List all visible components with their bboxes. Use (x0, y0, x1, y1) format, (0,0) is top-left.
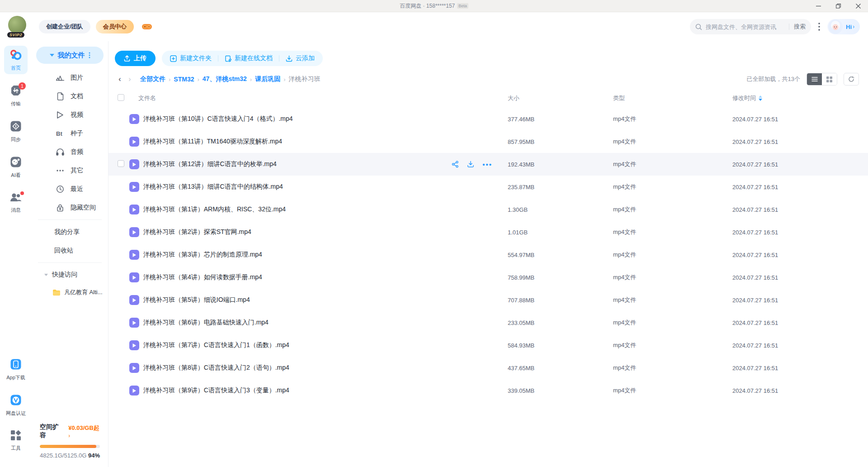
file-name[interactable]: 洋桃补习班（第12讲）细讲C语言中的枚举.mp4 (143, 160, 277, 168)
search-box[interactable]: 搜索 (690, 19, 811, 34)
game-icon[interactable] (140, 20, 154, 33)
file-name[interactable]: 洋桃补习班（第4讲）如何读数据手册.mp4 (143, 273, 262, 281)
file-row[interactable]: 洋桃补习班（第5讲）细说IO端口.mp4 ••• 707.88MB mp4文件 … (108, 289, 868, 311)
column-header-type[interactable]: 类型 (604, 94, 723, 102)
file-time: 2024.07.27 16:51 (723, 342, 859, 349)
sidebar-quick-access[interactable]: 快捷访问 (32, 266, 108, 284)
breadcrumb-link[interactable]: 课后巩固 (255, 75, 280, 83)
file-name[interactable]: 洋桃补习班（第8讲）C语言快速入门2（语句）.mp4 (143, 364, 289, 372)
sidebar-item-my-shares[interactable]: 我的分享 (32, 223, 108, 241)
sidebar-item-视频[interactable]: 视频 (32, 105, 108, 124)
sidebar-item-quick-folder[interactable]: 凡亿教育 Alti... (32, 284, 108, 301)
upload-button[interactable]: 上传 (115, 51, 156, 66)
beta-badge: Beta (457, 3, 468, 9)
breadcrumb-link[interactable]: STM32 (174, 76, 194, 83)
column-header-time[interactable]: 修改时间 (723, 94, 859, 102)
search-button[interactable]: 搜索 (794, 23, 806, 31)
refresh-button[interactable] (844, 73, 859, 86)
rail-item-传输[interactable]: 传输1 (4, 81, 28, 110)
close-button[interactable] (848, 0, 868, 12)
file-name[interactable]: 洋桃补习班（第3讲）芯片的制造原理.mp4 (143, 251, 262, 259)
rail-item-消息[interactable]: 消息 (4, 189, 28, 216)
search-input[interactable] (706, 24, 787, 30)
sidebar-item-my-files[interactable]: 我的文件 (36, 47, 104, 64)
sidebar-item-recycle-bin[interactable]: 回收站 (32, 241, 108, 260)
user-avatar (828, 19, 843, 34)
storage-expand-label: 空间扩容 (40, 423, 63, 439)
new-folder-button[interactable]: 新建文件夹 (170, 54, 212, 62)
file-name[interactable]: 洋桃补习班（第13讲）细讲C语言中的结构体.mp4 (143, 183, 283, 191)
file-row[interactable]: 洋桃补习班（第6讲）电路基础快速入门.mp4 ••• 233.05MB mp4文… (108, 311, 868, 334)
share-icon[interactable] (452, 161, 459, 168)
new-online-doc-button[interactable]: 新建在线文档 (225, 54, 273, 62)
column-header-name[interactable]: 文件名 (129, 94, 499, 102)
sidebar-item-隐藏空间[interactable]: 隐藏空间 (32, 198, 108, 217)
file-row[interactable]: 洋桃补习班（第4讲）如何读数据手册.mp4 ••• 758.99MB mp4文件… (108, 266, 868, 289)
file-name[interactable]: 洋桃补习班（第9讲）C语言快速入门3（变量）.mp4 (143, 386, 289, 395)
breadcrumb-link[interactable]: 47、洋桃stm32 (203, 75, 247, 83)
minimize-button[interactable] (808, 0, 828, 12)
list-view-button[interactable] (807, 73, 822, 85)
select-all-checkbox[interactable] (118, 94, 124, 101)
file-name[interactable]: 洋桃补习班（第11讲）TM1640驱动深度解析.mp4 (143, 138, 282, 146)
file-row[interactable]: 洋桃补习班（第2讲）探索ST官网.mp4 ••• 1.01GB mp4文件 20… (108, 221, 868, 243)
file-row[interactable]: 洋桃补习班（第13讲）细讲C语言中的结构体.mp4 ••• 235.87MB m… (108, 176, 868, 198)
rail-item-AI看[interactable]: AI看 (4, 153, 28, 181)
row-checkbox[interactable] (118, 160, 124, 167)
vip-center-button[interactable]: 会员中心 (96, 20, 134, 33)
new-doc-icon (225, 55, 231, 62)
breadcrumb-link[interactable]: 全部文件 (140, 75, 165, 83)
rail-item-工具[interactable]: 工具 (4, 427, 28, 454)
sort-icon[interactable] (759, 95, 762, 101)
user-logo[interactable]: SVIP2 (7, 16, 27, 38)
nav-back-icon[interactable]: ‹ (115, 75, 125, 83)
my-files-more-icon[interactable] (89, 52, 90, 58)
file-time: 2024.07.27 16:51 (723, 116, 859, 123)
file-name[interactable]: 洋桃补习班（第1讲）ARM内核、RISC、32位.mp4 (143, 205, 286, 214)
sidebar-item-文档[interactable]: 文档 (32, 87, 108, 105)
left-rail: 首页 传输1 同步 AI看 消息 App下载 网盘认证 工具 (0, 41, 32, 467)
window-titlebar: 百度网盘 · 158*****157 Beta (0, 0, 868, 12)
restore-button[interactable] (828, 0, 848, 12)
app-header: SVIP2 创建企业/团队 会员中心 搜索 Hi › (0, 12, 868, 41)
rail-item-网盘认证[interactable]: 网盘认证 (4, 391, 28, 419)
file-row[interactable]: 洋桃补习班（第11讲）TM1640驱动深度解析.mp4 ••• 857.95MB… (108, 130, 868, 153)
file-row[interactable]: 洋桃补习班（第9讲）C语言快速入门3（变量）.mp4 ••• 339.05MB … (108, 379, 868, 402)
rail-item-App下载[interactable]: App下载 (4, 355, 28, 384)
file-row[interactable]: 洋桃补习班（第7讲）C语言快速入门1（函数）.mp4 ••• 584.93MB … (108, 334, 868, 357)
sidebar-item-种子[interactable]: Bt 种子 (32, 124, 108, 143)
rail-item-同步[interactable]: 同步 (4, 117, 28, 146)
file-name[interactable]: 洋桃补习班（第10讲）C语言快速入门4（格式）.mp4 (143, 115, 293, 123)
grid-view-icon (826, 76, 832, 82)
chevron-right-icon: › (68, 433, 70, 439)
file-name[interactable]: 洋桃补习班（第2讲）探索ST官网.mp4 (143, 228, 251, 236)
sidebar-item-音频[interactable]: 音频 (32, 143, 108, 161)
sidebar-item-图片[interactable]: 图片 (32, 68, 108, 87)
column-header-size[interactable]: 大小 (499, 94, 604, 102)
file-row[interactable]: 洋桃补习班（第10讲）C语言快速入门4（格式）.mp4 ••• 377.46MB… (108, 108, 868, 130)
file-row[interactable]: 洋桃补习班（第8讲）C语言快速入门2（语句）.mp4 ••• 437.65MB … (108, 357, 868, 379)
file-name[interactable]: 洋桃补习班（第5讲）细说IO端口.mp4 (143, 296, 250, 304)
storage-price-link[interactable]: ¥0.03/GB起 › (68, 424, 100, 439)
file-time: 2024.07.27 16:51 (723, 252, 859, 258)
sidebar-item-其它[interactable]: 其它 (32, 161, 108, 180)
file-name[interactable]: 洋桃补习班（第6讲）电路基础快速入门.mp4 (143, 319, 269, 327)
file-name[interactable]: 洋桃补习班（第7讲）C语言快速入门1（函数）.mp4 (143, 341, 289, 349)
user-chip[interactable]: Hi › (827, 19, 860, 34)
file-type: mp4文件 (604, 319, 723, 327)
file-time: 2024.07.27 16:51 (723, 387, 859, 394)
file-row[interactable]: 洋桃补习班（第12讲）细讲C语言中的枚举.mp4 ••• 192.43MB mp… (108, 153, 868, 176)
video-file-icon (129, 295, 139, 305)
file-row[interactable]: 洋桃补习班（第3讲）芯片的制造原理.mp4 ••• 554.97MB mp4文件… (108, 243, 868, 266)
more-menu-icon[interactable] (818, 23, 820, 31)
file-row[interactable]: 洋桃补习班（第1讲）ARM内核、RISC、32位.mp4 ••• 1.30GB … (108, 198, 868, 221)
more-actions-icon[interactable]: ••• (482, 161, 492, 168)
download-icon[interactable] (467, 161, 474, 168)
nav-forward-icon[interactable]: › (125, 75, 135, 83)
grid-view-button[interactable] (822, 73, 837, 85)
torrent-icon: Bt (56, 130, 65, 137)
rail-item-首页[interactable]: 首页 (4, 46, 28, 74)
cloud-add-button[interactable]: 云添加 (286, 54, 315, 62)
create-team-button[interactable]: 创建企业/团队 (39, 20, 90, 33)
sidebar-item-最近[interactable]: 最近 (32, 180, 108, 198)
